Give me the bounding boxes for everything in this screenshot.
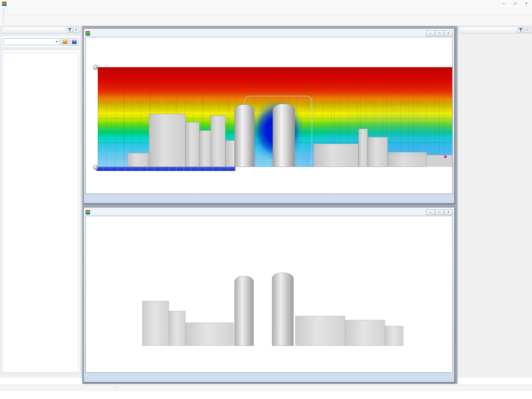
building [127,153,149,167]
manage-views-button[interactable] [61,38,69,46]
building [388,152,427,167]
building [358,129,368,167]
tunnel-handle-bottom[interactable] [93,165,98,170]
child-minimize-icon[interactable]: – [426,31,435,36]
status-bar [0,385,532,391]
edit-bar-header: × [459,27,531,34]
streamlines-canvas [86,216,453,373]
panel-close-icon[interactable]: × [73,28,79,33]
panel-close-icon[interactable]: × [524,28,530,33]
tower-cylinder [234,104,254,167]
velocity-field-window: – □ × [83,28,455,203]
main-toolbar [0,16,532,26]
velocity-heatmap [98,67,452,167]
building [210,115,225,167]
child-close-icon[interactable]: × [444,31,453,36]
main-area: × [0,26,532,384]
maximize-button[interactable]: □ [509,0,521,7]
child-maximize-icon[interactable]: □ [435,209,444,215]
doc-tabs [85,194,453,202]
building [314,144,358,167]
streamlines-window: – □ × [83,207,455,382]
document-icon [85,31,90,36]
streamlines-titlebar[interactable]: – □ × [85,208,453,216]
app-icon [2,2,7,6]
edit-bar-panel: × [458,26,532,378]
child-maximize-icon[interactable]: □ [435,31,444,36]
bottom-tab-strip [0,377,532,385]
rwind-application: – □ × × [0,0,532,399]
menu-bar [0,7,532,16]
streamlines-viewport[interactable] [85,216,453,373]
child-minimize-icon[interactable]: – [426,209,435,215]
status-separator [115,386,116,391]
named-views-combo[interactable] [3,38,60,45]
mdi-area: – □ × [82,26,458,384]
velocity-field-viewport[interactable] [85,37,453,194]
point-probe-marker[interactable] [444,156,447,158]
inlet-line[interactable] [96,167,235,171]
toolbar-drag-handle[interactable] [3,18,4,24]
building [368,137,388,167]
pin-icon[interactable] [67,28,72,33]
building [149,114,186,167]
named-views-group [1,35,80,48]
velocity-field-titlebar[interactable]: – □ × [85,30,453,37]
chevron-down-icon [56,41,58,44]
current-view-group [1,50,80,373]
document-icon [85,210,90,214]
title-bar: – □ × [0,0,532,7]
tunnel-handle-top[interactable] [93,65,98,70]
save-view-button[interactable] [70,38,78,46]
building [186,122,200,167]
tower-cylinder [273,104,295,167]
project-navigator-panel: × [0,26,82,378]
child-close-icon[interactable]: × [444,209,453,215]
view-options-tree [3,53,78,372]
menubar-drag-handle[interactable] [3,9,5,15]
minimize-button[interactable]: – [498,0,509,7]
pin-icon[interactable] [518,28,523,33]
project-navigator-header: × [1,27,80,34]
close-button[interactable]: × [521,0,532,7]
